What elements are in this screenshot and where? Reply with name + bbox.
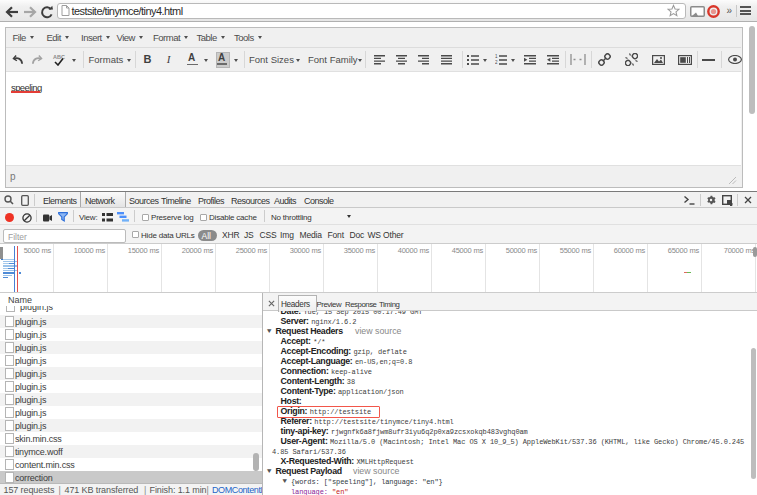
svg-text:1: 1 (495, 54, 498, 59)
svg-text:2: 2 (495, 60, 498, 65)
